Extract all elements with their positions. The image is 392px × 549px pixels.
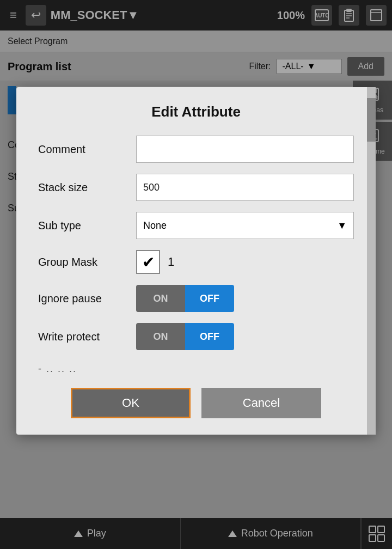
groupmask-checkbox-area: ✔ 1 bbox=[136, 250, 174, 274]
ok-button[interactable]: OK bbox=[71, 388, 191, 418]
ignorepause-toggle: ON OFF bbox=[136, 285, 234, 312]
writeprotect-toggle: ON OFF bbox=[136, 323, 234, 350]
ignorepause-row: Ignore pause ON OFF bbox=[38, 285, 354, 312]
groupmask-checkbox[interactable]: ✔ bbox=[136, 250, 160, 274]
partial-text: - .. .. .. bbox=[38, 361, 77, 377]
ignorepause-off-button[interactable]: OFF bbox=[185, 285, 234, 312]
dialog-actions: OK Cancel bbox=[38, 388, 354, 418]
comment-row: Comment bbox=[38, 136, 354, 163]
partial-row: - .. .. .. bbox=[38, 361, 354, 377]
ignorepause-on-button[interactable]: ON bbox=[136, 285, 185, 312]
ignorepause-label: Ignore pause bbox=[38, 292, 125, 305]
cancel-button[interactable]: Cancel bbox=[201, 388, 321, 418]
edit-attribute-dialog: Edit Attribute Comment Stack size Sub ty… bbox=[16, 87, 376, 435]
writeprotect-row: Write protect ON OFF bbox=[38, 323, 354, 350]
groupmask-label: Group Mask bbox=[38, 256, 125, 269]
subtype-value: None bbox=[143, 220, 167, 231]
dialog-scrollbar[interactable] bbox=[367, 87, 376, 435]
writeprotect-label: Write protect bbox=[38, 331, 125, 343]
checkmark-icon: ✔ bbox=[142, 253, 155, 271]
dialog-title: Edit Attribute bbox=[38, 103, 354, 120]
subtype-dropdown[interactable]: None ▼ bbox=[136, 212, 354, 239]
stacksize-label: Stack size bbox=[38, 181, 125, 194]
stacksize-row: Stack size bbox=[38, 174, 354, 201]
writeprotect-on-button[interactable]: ON bbox=[136, 323, 185, 350]
groupmask-value: 1 bbox=[168, 255, 174, 269]
comment-input[interactable] bbox=[136, 136, 354, 163]
groupmask-row: Group Mask ✔ 1 bbox=[38, 250, 354, 274]
stacksize-input[interactable] bbox=[136, 174, 354, 201]
comment-label: Comment bbox=[38, 143, 125, 156]
subtype-row: Sub type None ▼ bbox=[38, 212, 354, 239]
overlay: Edit Attribute Comment Stack size Sub ty… bbox=[0, 0, 392, 549]
subtype-label: Sub type bbox=[38, 219, 125, 232]
scrollbar-thumb bbox=[367, 98, 376, 142]
subtype-chevron-icon: ▼ bbox=[337, 220, 347, 231]
writeprotect-off-button[interactable]: OFF bbox=[185, 323, 234, 350]
